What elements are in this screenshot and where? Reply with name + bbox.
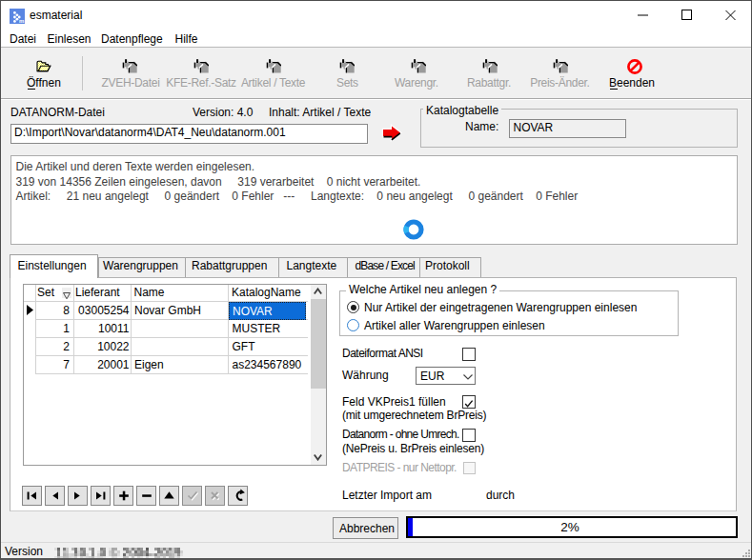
- svg-text:m: m: [19, 18, 24, 24]
